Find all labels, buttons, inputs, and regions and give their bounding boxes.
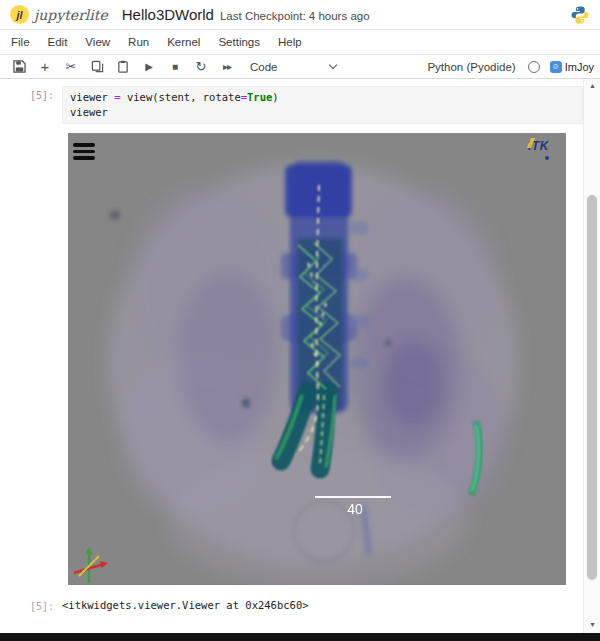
checkpoint-status: Last Checkpoint: 4 hours ago (220, 8, 370, 22)
chevron-down-icon (329, 61, 337, 69)
menu-view[interactable]: View (76, 36, 119, 48)
jupyterlite-logo[interactable]: jl jupyterlite (10, 5, 108, 24)
add-cell-icon[interactable]: + (32, 57, 58, 77)
restart-run-all-icon[interactable]: ▸▸ (214, 57, 240, 77)
notebook-toolbar: + ✂ ▶ ■ ↻ ▸▸ Code Python (Pyodide) ☺ ImJ… (0, 55, 600, 79)
cut-icon[interactable]: ✂ (58, 57, 84, 77)
itk-3d-viewer[interactable]: ITK 40 (68, 133, 566, 585)
menu-kernel[interactable]: Kernel (158, 36, 209, 48)
itk-logo: ITK (528, 136, 558, 160)
scroll-down-icon[interactable]: ▼ (584, 619, 600, 631)
output-cell: [5]: <itkwidgets.viewer.Viewer at 0x246b… (0, 597, 583, 612)
window-bottom-bar (0, 633, 600, 641)
paste-icon[interactable] (110, 57, 136, 77)
cell-type-value: Code (250, 61, 278, 73)
run-icon[interactable]: ▶ (136, 57, 162, 77)
menu-file[interactable]: File (2, 36, 39, 48)
scroll-up-icon[interactable]: ▲ (584, 80, 600, 92)
vertical-scrollbar[interactable]: ▲ ▼ (583, 79, 600, 633)
python-logo-icon (570, 5, 590, 25)
output-prompt: [5]: (0, 597, 62, 612)
scale-bar-line (315, 496, 391, 498)
copy-icon[interactable] (84, 57, 110, 77)
scrollbar-thumb[interactable] (587, 195, 597, 580)
itk-logo-dot (545, 156, 549, 160)
notebook-panel: [5]: viewer = view(stent, rotate=True) v… (0, 79, 583, 633)
volume-rendering (68, 133, 566, 585)
code-line-1: viewer = view(stent, rotate=True) (70, 90, 575, 105)
menu-settings[interactable]: Settings (209, 36, 269, 48)
code-line-2: viewer (70, 105, 575, 120)
code-editor[interactable]: viewer = view(stent, rotate=True) viewer (62, 86, 583, 124)
code-cell: [5]: viewer = view(stent, rotate=True) v… (0, 86, 583, 124)
restart-kernel-icon[interactable]: ↻ (188, 57, 214, 77)
scale-bar-label: 40 (320, 501, 390, 517)
cell-type-dropdown[interactable]: Code (250, 61, 336, 73)
imjoy-label: ImJoy (565, 61, 594, 73)
code-cell-prompt: [5]: (0, 86, 62, 124)
imjoy-icon: ☺ (550, 61, 562, 73)
save-icon[interactable] (6, 57, 32, 77)
menu-run[interactable]: Run (119, 36, 158, 48)
viewer-menu-icon[interactable] (71, 138, 96, 165)
kernel-status-icon[interactable] (528, 61, 540, 73)
menu-bar: File Edit View Run Kernel Settings Help (0, 30, 600, 55)
imjoy-button[interactable]: ☺ ImJoy (550, 61, 594, 73)
stop-icon[interactable]: ■ (162, 57, 188, 77)
menu-edit[interactable]: Edit (39, 36, 77, 48)
kernel-name[interactable]: Python (Pyodide) (427, 61, 515, 73)
menu-help[interactable]: Help (269, 36, 311, 48)
notebook-title[interactable]: Hello3DWorld (122, 6, 214, 23)
app-header: jl jupyterlite Hello3DWorld Last Checkpo… (0, 0, 600, 30)
toolbar-right: Python (Pyodide) ☺ ImJoy (427, 61, 594, 73)
jupyterlite-logo-icon: jl (10, 5, 29, 24)
jupyterlite-logo-text: jupyterlite (34, 7, 108, 23)
output-repr: <itkwidgets.viewer.Viewer at 0x246bc60> (62, 597, 583, 612)
